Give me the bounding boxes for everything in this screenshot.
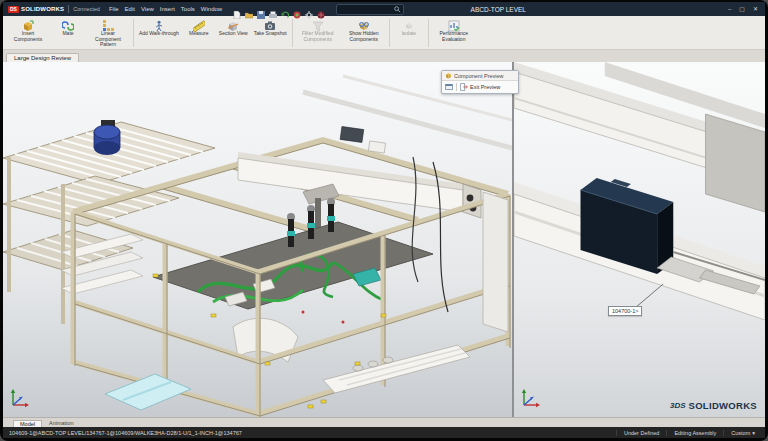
camera-icon [264,18,276,30]
mate-icon [62,18,74,30]
ribbon-button-show-hidden-components[interactable]: Show Hidden Components [341,17,387,49]
preview-window-icon[interactable] [445,83,453,91]
undo-icon[interactable] [281,5,289,13]
ribbon-label: Take Snapshot [254,31,287,37]
new-file-icon[interactable] [233,5,241,13]
chevron-down-icon: ▾ [752,430,755,436]
status-editing-assembly: Editing Assembly [666,430,723,436]
3dexperience-compass-icon[interactable] [317,5,325,13]
menu-edit[interactable]: Edit [125,6,135,12]
show-hidden-icon [358,18,370,30]
ribbon-label: Linear Component Pattern [88,31,128,48]
component-callout-tag[interactable]: 104700-1> [608,306,642,316]
ds-watermark-logo: 3DS [670,401,686,410]
orientation-triad [9,387,31,409]
ribbon-button-linear-component-pattern[interactable]: Linear Component Pattern [85,17,131,49]
save-icon[interactable] [257,5,265,13]
ribbon-button-insert-components[interactable]: Insert Components [5,17,51,49]
ribbon-label: Performance Evaluation [434,31,474,42]
isolate-icon [403,18,415,30]
minimize-button[interactable]: – [728,6,731,12]
component-cube-icon [445,72,452,79]
right-side-panel [483,192,508,332]
linear-pattern-icon [102,18,114,30]
ribbon-button-mate[interactable]: Mate [51,17,85,49]
ribbon-separator [133,19,134,47]
ribbon-button-take-snapshot[interactable]: Take Snapshot [251,17,290,49]
preview-3d-scene [514,62,765,417]
solidworks-watermark: 3DS SOLIDWORKS [670,400,757,411]
component-path-text: 104609-1@ABCD-TOP LEVEL/134767-1@104609/… [9,430,616,436]
walk-through-icon [153,18,165,30]
document-title: ABCD-TOP LEVEL [471,6,526,13]
ribbon-separator [292,19,293,47]
menu-file[interactable]: File [109,6,119,12]
ribbon-separator [428,19,429,47]
ribbon-label: Measure [189,31,208,37]
print-icon[interactable] [269,5,277,13]
measure-icon [193,18,205,30]
close-button[interactable]: ✕ [753,6,758,12]
filter-icon [312,18,324,30]
component-preview-popup: Component Preview Exit Preview [441,70,519,94]
search-input[interactable] [336,4,404,15]
menu-bar: File Edit View Insert Tools Window [109,6,222,12]
edition-label: Connected [73,6,100,12]
ribbon-button-filter-modified-components: Filter Modified Components [295,17,341,49]
tab-animation[interactable]: Animation [42,419,80,427]
assembly-3d-scene [3,62,512,417]
ribbon-button-measure[interactable]: Measure [182,17,216,49]
ribbon-button-section-view[interactable]: Section View [216,17,251,49]
window-controls: – ▢ ✕ [728,6,760,12]
units-label: Custom [731,430,750,436]
ribbon-label: Mate [62,31,73,37]
popup-body: Exit Preview [442,81,518,93]
watermark-brand: SOLIDWORKS [689,400,757,411]
menu-window[interactable]: Window [201,6,222,12]
viewport-area: 104700-1> 3DS SOLIDWORKS Component Previ… [3,62,765,417]
tab-model[interactable]: Model [13,420,42,427]
settings-gear-icon[interactable] [305,5,313,13]
rebuild-icon[interactable] [293,5,301,13]
ribbon-label: Isolate [401,31,416,37]
maximize-button[interactable]: ▢ [739,6,745,12]
titlebar: DS SOLIDWORKS Connected File Edit View I… [3,2,765,16]
screen: DS SOLIDWORKS Connected File Edit View I… [0,0,768,441]
quick-toolbar [233,5,325,13]
popup-separator [456,83,457,91]
solidworks-logo: DS SOLIDWORKS Connected [8,5,100,13]
popup-title: Component Preview [454,73,504,79]
component-preview-viewport[interactable]: 104700-1> 3DS SOLIDWORKS [514,62,765,417]
section-view-icon [227,18,239,30]
menu-tools[interactable]: Tools [181,6,195,12]
popup-header: Component Preview [442,71,518,81]
brand-name: SOLIDWORKS [21,6,64,12]
ribbon-label: Add Walk-through [139,31,179,37]
insert-components-icon [22,18,34,30]
ribbon-separator [389,19,390,47]
status-under-defined: Under Defined [616,430,666,436]
open-folder-icon[interactable] [245,5,253,13]
status-bar: 104609-1@ABCD-TOP LEVEL/134767-1@104609/… [3,427,765,438]
tab-large-design-review[interactable]: Large Design Review [6,53,79,62]
ribbon-button-add-walkthrough[interactable]: Add Walk-through [136,17,182,49]
menu-view[interactable]: View [141,6,154,12]
status-right-group: Under Defined Editing Assembly Custom ▾ [616,430,759,436]
exit-preview-label: Exit Preview [470,84,500,90]
main-assembly-viewport[interactable] [3,62,512,417]
solidworks-window: DS SOLIDWORKS Connected File Edit View I… [3,2,765,431]
menu-insert[interactable]: Insert [160,6,175,12]
ribbon-tab-row: Large Design Review [3,50,765,62]
search-icon [394,6,401,13]
exit-preview-button[interactable]: Exit Preview [460,83,500,91]
units-dropdown[interactable]: Custom ▾ [723,430,759,436]
ribbon-label: Show Hidden Components [344,31,384,42]
ribbon-toolbar: Insert Components Mate Linear Component … [3,16,765,50]
logo-divider [68,5,69,13]
ribbon-button-isolate: Isolate [392,17,426,49]
orientation-triad [520,387,542,409]
performance-evaluation-icon [448,18,460,30]
ribbon-label: Section View [219,31,248,37]
ribbon-button-performance-evaluation[interactable]: Performance Evaluation [431,17,477,49]
ds-logo-badge: DS [8,6,19,13]
